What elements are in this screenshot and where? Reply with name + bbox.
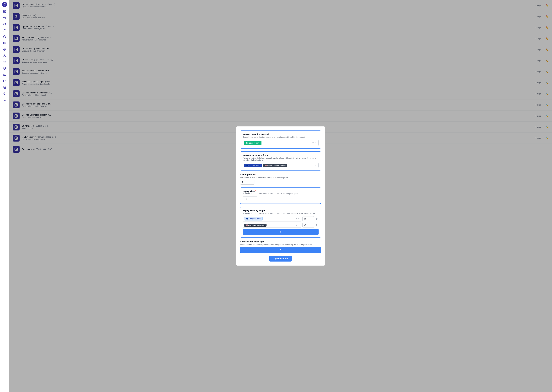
waiting-period-desc: The number of days to wait before starti… [240, 177, 321, 179]
region-detection-chevron[interactable]: ▾ [315, 142, 317, 144]
expiry-time-desc: Maximum number of days it should take to… [243, 193, 319, 195]
us-ca-region-clear[interactable]: × [296, 224, 298, 227]
confirmation-desc: Statements that the data subject must ac… [240, 244, 321, 246]
request-in-form-tag[interactable]: Request in form [244, 141, 261, 145]
eu-region-tag: 🇪🇺 European Union [244, 217, 263, 220]
expiry-by-region-section: Expiry Time By Region Maximum number of … [240, 207, 321, 238]
eu-region-label: European Union [248, 218, 261, 220]
expiry-by-region-desc: Maximum number of days it should take to… [243, 212, 319, 214]
eu-region-flag: 🇪🇺 [246, 218, 248, 220]
us-ca-tag: 🇺🇸 United States California [263, 164, 287, 167]
modal-overlay: Region Detection Method Decide how to de… [9, 0, 552, 392]
region-detection-tags: Request in form [244, 141, 311, 145]
svg-rect-6 [5, 42, 6, 43]
svg-point-4 [4, 29, 5, 30]
us-ca-region-tag: 🇺🇸 United States California [244, 224, 267, 227]
eu-region-delete[interactable]: 🗑 [315, 217, 319, 221]
nav-icon-eye[interactable] [2, 91, 7, 97]
eu-tag: 🇪🇺 European Union [244, 164, 262, 167]
regions-show-select[interactable]: 🇪🇺 European Union 🇺🇸 United States Calif… [243, 163, 319, 168]
eu-region-tag-area: 🇪🇺 European Union [244, 217, 295, 220]
region-detection-section: Region Detection Method Decide how to de… [240, 131, 321, 148]
waiting-period-section: Waiting Period* The number of days to wa… [240, 173, 321, 185]
nav-icon-user[interactable] [2, 53, 7, 59]
svg-rect-8 [3, 43, 4, 44]
expiry-time-section: Expiry Time* Maximum number of days it s… [240, 188, 321, 204]
update-action-button[interactable]: Update action [269, 256, 292, 261]
us-ca-label: United States [248, 224, 258, 226]
nav-icon-users[interactable] [2, 28, 7, 33]
us-ca-region-delete[interactable]: 🗑 [315, 223, 319, 227]
confirmation-title: Confirmation Messages [240, 240, 321, 243]
nav-icon-grid[interactable] [2, 40, 7, 46]
add-confirmation-button[interactable]: + [240, 247, 321, 253]
sidebar [0, 0, 9, 392]
eu-region-clear[interactable]: × [296, 217, 298, 220]
eu-label: European Union [248, 164, 261, 166]
eu-region-controls: × ▾ [296, 217, 300, 220]
us-ca-flag: 🇺🇸 [246, 224, 248, 226]
region-detection-title: Region Detection Method [243, 133, 319, 135]
svg-point-20 [4, 100, 4, 101]
eu-region-select[interactable]: 🇪🇺 European Union × ▾ [243, 216, 301, 222]
waiting-period-required: * [255, 173, 256, 176]
nav-icon-layers[interactable] [2, 65, 7, 71]
waiting-period-input[interactable] [240, 180, 254, 185]
add-region-button[interactable]: + [243, 229, 319, 235]
us-ca-region-chevron[interactable]: ▾ [298, 224, 300, 227]
regions-show-chevron[interactable]: ▾ [315, 164, 317, 167]
svg-point-14 [4, 93, 5, 94]
confirmation-messages-section: Confirmation Messages Statements that th… [240, 240, 321, 253]
svg-point-13 [4, 74, 4, 75]
us-ca-region-select[interactable]: 🇺🇸 United States California × ▾ [243, 223, 301, 228]
nav-icon-globe[interactable] [2, 21, 7, 27]
nav-icon-id[interactable] [2, 72, 7, 77]
ca-sublabel: California [258, 224, 265, 226]
region-detection-select[interactable]: Request in form × ▾ [243, 140, 319, 146]
nav-icon-star[interactable] [2, 59, 7, 65]
nav-icon-chart[interactable] [2, 78, 7, 84]
us-label: United States [267, 164, 278, 166]
svg-point-10 [4, 55, 5, 56]
region-detection-clear[interactable]: × [312, 142, 314, 144]
nav-icon-sliders[interactable] [2, 97, 7, 103]
svg-marker-11 [3, 61, 6, 63]
svg-point-18 [4, 99, 4, 99]
nav-icon-cube[interactable] [2, 34, 7, 40]
us-ca-region-controls: × ▾ [296, 224, 300, 227]
expiry-time-title-row: Expiry Time* [243, 190, 319, 193]
expiry-time-input[interactable] [243, 196, 257, 201]
nav-icon-globe2[interactable] [2, 47, 7, 52]
svg-rect-7 [5, 43, 6, 44]
expiry-region-row-eu: 🇪🇺 European Union × ▾ 🗑 [243, 216, 319, 222]
svg-point-0 [4, 4, 5, 5]
regions-show-tags: 🇪🇺 European Union 🇺🇸 United States Calif… [244, 164, 314, 167]
app-logo[interactable] [2, 2, 7, 7]
expiry-time-required: * [255, 190, 256, 192]
nav-icon-arrow[interactable] [2, 9, 7, 14]
edit-modal: Region Detection Method Decide how to de… [236, 126, 325, 266]
eu-region-chevron[interactable]: ▾ [298, 217, 300, 220]
region-detection-desc: Decide how to determine the region where… [243, 136, 319, 138]
regions-show-title: Regions to show in form [243, 154, 319, 156]
expiry-by-region-title: Expiry Time By Region [243, 209, 319, 212]
regions-show-desc: The set of regions that should be made a… [243, 157, 319, 161]
eu-flag: 🇪🇺 [246, 164, 248, 166]
svg-rect-5 [3, 42, 4, 43]
us-ca-region-tag-area: 🇺🇸 United States California [244, 224, 295, 227]
regions-show-section: Regions to show in form The set of regio… [240, 151, 321, 170]
us-ca-expiry-input[interactable] [302, 223, 314, 228]
eu-expiry-input[interactable] [302, 216, 314, 221]
svg-rect-12 [3, 74, 6, 76]
main-content: Do Not Contact (Communication C...) Opt … [9, 0, 552, 392]
nav-icon-file[interactable] [2, 84, 7, 90]
waiting-period-title: Waiting Period* [240, 173, 321, 176]
expiry-region-row-us-ca: 🇺🇸 United States California × ▾ 🗑 [243, 223, 319, 228]
us-flag: 🇺🇸 [265, 164, 267, 166]
nav-icon-plus[interactable] [2, 15, 7, 21]
svg-point-19 [5, 100, 5, 100]
ca-label: California [278, 164, 286, 166]
